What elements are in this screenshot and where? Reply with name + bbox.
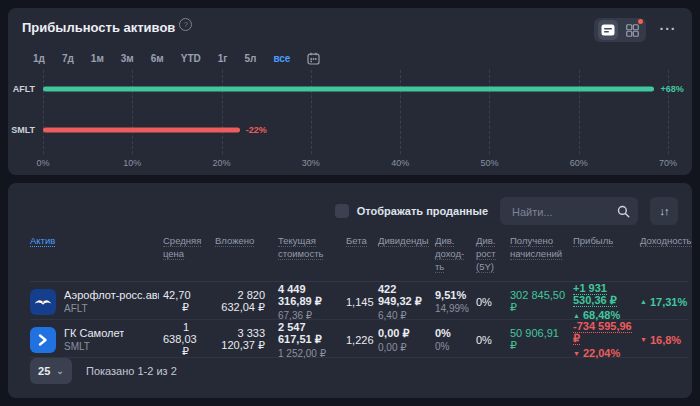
cell-accruals: 50 906,91 ₽ [510, 327, 573, 352]
chart-gridline [579, 70, 580, 154]
treemap-view-button[interactable] [622, 20, 642, 40]
column-header-label: Бета [346, 235, 367, 247]
x-axis-tick-label: 0% [36, 158, 49, 168]
cell-div-growth: 0% [476, 334, 510, 346]
x-axis-tick-label: 40% [391, 158, 409, 168]
cell-asset: Аэрофлот-росс.авиалин(...AFLT [30, 289, 163, 315]
x-axis-tick-label: 60% [570, 158, 588, 168]
cell-div-growth: 0% [476, 296, 510, 308]
cell-beta: 1,226 [346, 334, 378, 346]
search-icon[interactable] [617, 204, 630, 222]
cell-dividends-sub-value: 6,40 ₽ [378, 310, 429, 321]
card-title-row: Прибыльность активов ? [22, 20, 192, 35]
x-axis-tick-label: 70% [659, 158, 677, 168]
cell-invested: 3 333 120,37 ₽ [215, 327, 278, 352]
asset-ticker: AFLT [64, 303, 159, 314]
cell-yield: ▼16,8% [640, 334, 688, 346]
page-size-select[interactable]: 25 ⌄ [30, 358, 72, 384]
cell-div-yield-value: 0% [435, 327, 470, 339]
column-header-Доходность[interactable]: Доходность [640, 235, 688, 248]
asset-name: Аэрофлот-росс.авиалин(... [64, 289, 159, 301]
period-button-3м[interactable]: 3м [121, 53, 134, 64]
cell-div-yield-value: 9,51% [435, 289, 470, 301]
column-header-label: Дивиденды [378, 235, 429, 247]
cell-avg-price: 42,70 ₽ [163, 289, 215, 314]
chart-gridline [311, 70, 312, 154]
column-header-Див. рост (5Y)[interactable]: Див. рост (5Y) [476, 235, 510, 273]
asset-name: ГК Самолет [64, 327, 124, 339]
triangle-up-icon: ▲ [573, 312, 580, 319]
yield-percent: 16,8% [650, 334, 681, 346]
column-header-label: Актив [30, 235, 55, 247]
column-header-Текущая стоимость[interactable]: Текущая стоимость [278, 235, 346, 261]
period-button-1д[interactable]: 1д [33, 53, 45, 64]
table-row-SMLT[interactable]: ГК СамолетSMLT1 638,03 ₽3 333 120,37 ₽2 … [30, 320, 688, 358]
triangle-up-icon: ▲ [640, 298, 647, 305]
yield-line: ▲17,31% [640, 296, 682, 308]
table-footer: 25 ⌄ Показано 1-2 из 2 [30, 358, 177, 384]
table-row-AFLT[interactable]: Аэрофлот-росс.авиалин(...AFLT42,70 ₽2 82… [30, 282, 688, 320]
search-input[interactable] [510, 197, 614, 227]
x-axis-tick-label: 50% [480, 158, 498, 168]
info-icon[interactable]: ? [179, 18, 192, 31]
column-header-Див. доход-ть[interactable]: Див. доход-ть [435, 235, 476, 273]
show-sold-toggle[interactable]: Отображать проданные [335, 204, 488, 218]
sort-button[interactable]: ↓↑ [650, 197, 678, 225]
profit-value: +1 931 530,36 ₽ [573, 282, 617, 307]
cell-div-yield: 0%0% [435, 327, 476, 352]
cell-dividends-value: 422 949,32 ₽ [378, 283, 429, 308]
profitability-card: Прибыльность активов ? ··· 1д7д1м3м6мYTD… [8, 8, 692, 175]
list-view-button[interactable] [598, 20, 618, 40]
show-sold-checkbox[interactable] [335, 204, 349, 218]
chart-gridline [132, 70, 133, 154]
column-header-label: Прибыль [573, 235, 613, 247]
period-button-YTD[interactable]: YTD [181, 53, 201, 64]
table-header-row: АктивСредняя ценаВложеноТекущая стоимост… [30, 235, 688, 282]
cell-current-value: 4 449 316,89 ₽67,36 ₽ [278, 283, 346, 321]
period-button-5л[interactable]: 5л [244, 53, 256, 64]
cell-avg-price: 1 638,03 ₽ [163, 321, 215, 358]
bar-category-label-AFLT: AFLT [13, 84, 35, 94]
profit-percent: 22,04% [583, 347, 620, 359]
asset-ticker: SMLT [64, 341, 124, 352]
bar-SMLT[interactable] [43, 128, 240, 133]
search-box [500, 197, 638, 225]
column-header-Прибыль[interactable]: Прибыль [573, 235, 640, 248]
cell-current-value-sub-value: 67,36 ₽ [278, 310, 340, 321]
page-size-value: 25 [38, 365, 50, 377]
cell-beta: 1,145 [346, 296, 378, 308]
column-header-Актив[interactable]: Актив [30, 235, 163, 248]
notification-dot [638, 19, 643, 24]
page-title: Прибыльность активов [22, 20, 175, 35]
profitability-bar-chart: 0%10%20%30%40%50%60%70%AFLT+68%SMLT-22% [43, 70, 668, 170]
period-button-1м[interactable]: 1м [91, 53, 104, 64]
bar-category-label-SMLT: SMLT [11, 125, 35, 135]
column-header-Дивиденды[interactable]: Дивиденды [378, 235, 435, 248]
period-button-6м[interactable]: 6м [151, 53, 164, 64]
calendar-button[interactable] [307, 52, 320, 65]
cell-div-yield: 9,51%14,99% [435, 289, 476, 314]
triangle-down-icon: ▼ [640, 336, 647, 343]
asset-name-block: ГК СамолетSMLT [64, 327, 124, 352]
cell-dividends: 0,00 ₽0,00 ₽ [378, 327, 435, 353]
cell-profit: -734 595,96 ₽▼22,04% [573, 320, 640, 359]
more-options-button[interactable]: ··· [656, 18, 680, 42]
column-header-Вложено[interactable]: Вложено [215, 235, 278, 248]
period-button-7д[interactable]: 7д [62, 53, 74, 64]
cell-current-value-sub-value: 1 252,00 ₽ [278, 348, 340, 359]
yield-line: ▼16,8% [640, 334, 682, 346]
cell-asset: ГК СамолетSMLT [30, 327, 163, 353]
cell-div-yield-sub-value: 0% [435, 341, 470, 352]
column-header-Средняя цена[interactable]: Средняя цена [163, 235, 215, 261]
column-header-Получено начислений[interactable]: Получено начислений [510, 235, 573, 261]
bar-AFLT[interactable] [43, 87, 654, 92]
calendar-icon [307, 52, 320, 65]
view-toggle [594, 18, 646, 42]
cell-current-value-value: 2 547 617,51 ₽ [278, 321, 340, 346]
period-button-1г[interactable]: 1г [218, 53, 228, 64]
column-header-Бета[interactable]: Бета [346, 235, 378, 248]
yield-percent: 17,31% [650, 296, 687, 308]
period-button-все[interactable]: все [273, 53, 290, 64]
shown-count-label: Показано 1-2 из 2 [86, 365, 177, 377]
bar-value-label-AFLT: +68% [660, 84, 683, 94]
